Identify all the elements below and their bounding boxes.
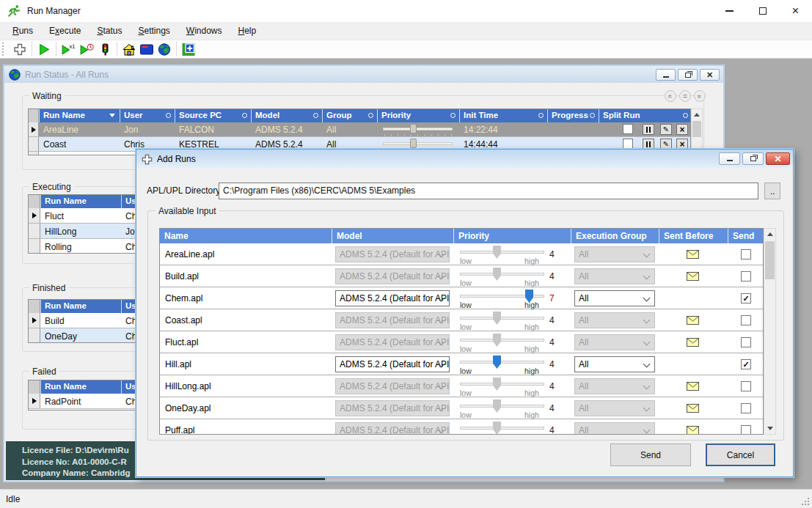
maximize-button[interactable] (746, 0, 779, 22)
row-selector[interactable] (29, 224, 40, 238)
model-select[interactable]: ADMS 5.2.4 (Default for API (335, 290, 450, 306)
row-selector[interactable] (29, 328, 40, 343)
priority-slider[interactable]: lowhigh4 (460, 353, 570, 375)
globe-button[interactable] (156, 40, 173, 58)
filter-icon[interactable] (450, 113, 456, 118)
child-restore-button[interactable] (678, 69, 698, 81)
menu-item-settings[interactable]: Settings (130, 23, 178, 38)
model-select[interactable]: ADMS 5.2.4 (Default for API (335, 312, 450, 328)
model-select[interactable]: ADMS 5.2.4 (Default for API (335, 334, 450, 350)
priority-slider[interactable]: lowhigh4 (460, 309, 570, 331)
add-runs-tile-button[interactable] (180, 40, 197, 58)
model-select[interactable]: ADMS 5.2.4 (Default for API (335, 378, 450, 394)
column-header-split_run[interactable]: Split Run (599, 109, 691, 122)
column-header-progress[interactable]: Progress (547, 109, 599, 122)
execution-group-select[interactable]: All (574, 334, 655, 350)
column-header-model[interactable]: Model (251, 109, 322, 122)
split-run-checkbox[interactable] (623, 124, 633, 134)
scroll-down-icon[interactable] (764, 423, 775, 434)
execution-group-select[interactable]: All (574, 400, 655, 416)
monitor-button[interactable] (138, 40, 156, 58)
resize-grip[interactable] (801, 497, 810, 506)
traffic-light-button[interactable] (96, 40, 114, 58)
close-button[interactable]: × (779, 0, 812, 22)
collapse-up-button[interactable]: « (665, 90, 676, 102)
table-row[interactable]: AreaLineJonFALCONADMS 5.2.4All14:22:44✎× (29, 122, 690, 137)
column-header-init_time[interactable]: Init Time (459, 109, 547, 122)
start-run-x1-button[interactable]: x1 (59, 40, 78, 58)
model-select[interactable]: ADMS 5.2.4 (Default for API (335, 422, 450, 435)
send-button[interactable]: Send (610, 443, 691, 466)
execution-group-select[interactable]: All (574, 246, 655, 262)
filter-icon[interactable] (590, 113, 595, 118)
model-select[interactable]: ADMS 5.2.4 (Default for API (335, 268, 450, 284)
execution-group-select[interactable]: All (574, 356, 655, 372)
model-select[interactable]: ADMS 5.2.4 (Default for API (335, 400, 450, 416)
slider-thumb[interactable] (493, 378, 501, 391)
row-selector[interactable] (29, 239, 40, 254)
model-select[interactable]: ADMS 5.2.4 (Default for API (335, 356, 450, 372)
row-selector[interactable] (29, 137, 39, 151)
row-selector[interactable] (29, 313, 40, 328)
filter-icon[interactable] (242, 113, 247, 118)
directory-input[interactable]: C:\Program Files (x86)\CERC\ADMS 5\Examp… (219, 183, 758, 199)
column-header-source_pc[interactable]: Source PC (175, 109, 251, 122)
column-header-user[interactable]: User (120, 109, 175, 122)
row-selector[interactable] (29, 394, 40, 408)
input-table-scrollbar[interactable] (764, 228, 776, 435)
column-header-group[interactable]: Group (322, 109, 377, 122)
menu-item-runs[interactable]: Runs (4, 23, 41, 38)
scroll-up-icon[interactable] (764, 229, 775, 240)
slider-thumb[interactable] (410, 139, 417, 148)
edit-run-button[interactable]: ✎ (660, 124, 672, 135)
slider-thumb[interactable] (493, 334, 501, 347)
toolbar-grip[interactable] (2, 43, 7, 56)
start-run-button[interactable] (35, 40, 53, 58)
priority-slider[interactable]: lowhigh4 (460, 419, 570, 435)
filter-icon[interactable] (313, 113, 318, 118)
delete-run-button[interactable]: × (676, 124, 688, 135)
priority-slider[interactable]: lowhigh4 (460, 375, 570, 397)
send-checkbox[interactable]: ✓ (741, 359, 751, 369)
column-header-name[interactable]: Run Name (40, 380, 121, 394)
column-header-name[interactable]: Run Name (40, 300, 121, 313)
priority-slider[interactable] (383, 122, 454, 136)
send-checkbox[interactable] (741, 403, 751, 413)
add-run-button[interactable] (11, 40, 29, 58)
slider-thumb[interactable] (493, 312, 501, 325)
row-selector[interactable] (29, 208, 40, 223)
row-selector[interactable] (29, 152, 39, 155)
home-button[interactable] (120, 40, 138, 58)
scroll-up-icon[interactable] (692, 109, 702, 120)
delete-run-button[interactable]: × (676, 139, 688, 150)
send-checkbox[interactable] (741, 271, 751, 281)
child-close-button[interactable]: ✕ (700, 69, 720, 81)
execution-group-select[interactable]: All (574, 378, 655, 394)
collapse-toggle-button[interactable]: = (679, 90, 691, 102)
send-checkbox[interactable]: ✓ (741, 293, 751, 303)
send-checkbox[interactable] (741, 315, 751, 325)
menu-item-help[interactable]: Help (230, 23, 265, 38)
execution-group-select[interactable]: All (574, 422, 655, 435)
row-selector[interactable] (29, 122, 39, 136)
collapse-down-button[interactable]: » (694, 90, 706, 102)
dialog-close-button[interactable]: ✕ (766, 152, 790, 165)
priority-slider[interactable]: lowhigh4 (460, 265, 570, 287)
slider-thumb[interactable] (493, 422, 501, 435)
menu-item-execute[interactable]: Execute (41, 23, 89, 38)
priority-slider[interactable]: lowhigh4 (460, 331, 570, 353)
execution-group-select[interactable]: All (574, 268, 655, 284)
pause-run-button[interactable] (643, 139, 654, 150)
model-select[interactable]: ADMS 5.2.4 (Default for API (335, 246, 450, 262)
execution-group-select[interactable]: All (574, 312, 655, 328)
column-header-name[interactable]: Run Name (39, 109, 120, 122)
send-checkbox[interactable] (741, 425, 751, 435)
filter-icon[interactable] (538, 113, 544, 118)
slider-thumb[interactable] (493, 246, 501, 259)
slider-thumb[interactable] (493, 356, 501, 369)
filter-icon[interactable] (683, 113, 688, 118)
edit-run-button[interactable]: ✎ (660, 139, 672, 150)
dialog-minimize-button[interactable] (719, 152, 740, 165)
browse-button[interactable]: .. (764, 183, 780, 199)
dialog-restore-button[interactable] (742, 152, 764, 165)
